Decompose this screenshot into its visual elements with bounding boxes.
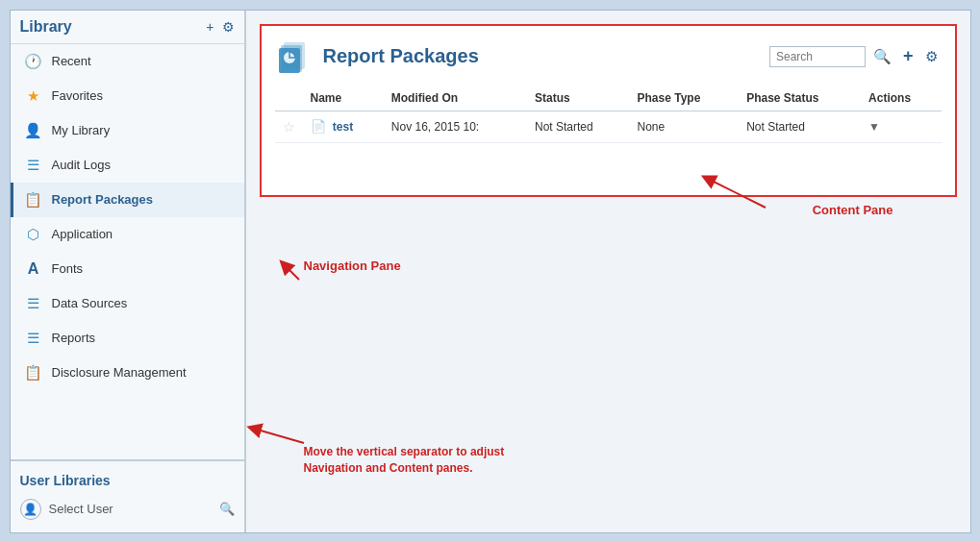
nav-pane-annotation: Navigation Pane	[304, 259, 401, 273]
col-phase-status[interactable]: Phase Status	[739, 86, 861, 111]
page-title: Report Packages	[323, 45, 479, 67]
sidebar-header: Library + ⚙	[11, 11, 244, 44]
search-icon[interactable]: 🔍	[869, 46, 895, 67]
add-button[interactable]: +	[899, 44, 917, 68]
user-libraries-title: User Libraries	[11, 469, 244, 494]
table-row: ☆ 📄 test Nov 16, 2015 10: Not Started No…	[275, 111, 942, 142]
user-icon: 👤	[20, 499, 41, 520]
star-icon[interactable]: ☆	[283, 119, 295, 135]
row-star[interactable]: ☆	[275, 111, 303, 142]
search-input[interactable]	[769, 46, 866, 67]
disclosure-icon: 📋	[23, 362, 44, 383]
sidebar-item-datasources[interactable]: ☰ Data Sources	[11, 286, 244, 321]
row-phase-type: None	[630, 111, 740, 142]
auditlogs-icon: ☰	[23, 155, 44, 176]
sidebar-label-recent: Recent	[52, 54, 91, 68]
dropdown-arrow-icon: ▼	[868, 120, 880, 134]
row-name: 📄 test	[303, 111, 384, 142]
row-status: Not Started	[527, 111, 630, 142]
content-header: Report Packages 🔍 + ⚙	[275, 37, 942, 76]
sidebar-label-reports: Reports	[52, 331, 96, 345]
sidebar-item-reportpackages[interactable]: 📋 Report Packages	[11, 183, 244, 217]
report-packages-table: Name Modified On Status Phase Type Phase…	[275, 86, 942, 143]
sidebar-label-application: Application	[52, 227, 113, 241]
col-actions: Actions	[861, 86, 941, 111]
sidebar-label-disclosure: Disclosure Management	[52, 365, 187, 380]
sidebar-item-mylibrary[interactable]: 👤 My Library	[11, 113, 244, 148]
content-pane: Report Packages 🔍 + ⚙ Name	[260, 24, 957, 197]
application-icon: ⬡	[23, 224, 44, 245]
add-library-button[interactable]: +	[206, 19, 214, 35]
actions-dropdown[interactable]: ▼	[868, 120, 933, 134]
content-toolbar: 🔍 + ⚙	[769, 44, 942, 68]
mylibrary-icon: 👤	[23, 120, 44, 141]
row-actions[interactable]: ▼	[861, 111, 941, 142]
content-area: Report Packages 🔍 + ⚙ Name	[246, 11, 970, 532]
file-icon: 📄	[311, 119, 326, 134]
sidebar-label-datasources: Data Sources	[52, 296, 128, 310]
select-user-item[interactable]: 👤 Select User 🔍	[11, 494, 244, 525]
content-title-area: Report Packages	[275, 37, 479, 76]
sidebar-label-auditlogs: Audit Logs	[52, 158, 111, 172]
sidebar-label-reportpackages: Report Packages	[52, 192, 154, 207]
col-modified[interactable]: Modified On	[384, 86, 527, 111]
sidebar-label-favorites: Favorites	[52, 88, 103, 103]
sidebar-header-icons: + ⚙	[206, 19, 234, 35]
report-name-link[interactable]: test	[333, 120, 353, 134]
fonts-icon: A	[23, 259, 44, 280]
row-modified: Nov 16, 2015 10:	[384, 111, 527, 142]
sidebar-item-fonts[interactable]: A Fonts	[11, 252, 244, 286]
sidebar-title: Library	[20, 18, 72, 36]
reportpackages-icon: 📋	[23, 189, 44, 210]
sidebar-label-fonts: Fonts	[52, 261, 84, 276]
col-star	[275, 86, 303, 111]
col-status[interactable]: Status	[527, 86, 630, 111]
sidebar-item-application[interactable]: ⬡ Application	[11, 217, 244, 252]
recent-icon: 🕐	[23, 51, 44, 72]
sidebar-item-disclosure[interactable]: 📋 Disclosure Management	[11, 356, 244, 390]
user-libraries: User Libraries 👤 Select User 🔍	[11, 459, 244, 532]
sidebar-item-reports[interactable]: ☰ Reports	[11, 321, 244, 356]
reports-icon: ☰	[23, 328, 44, 349]
settings-icon[interactable]: ⚙	[921, 46, 942, 67]
sidebar-item-favorites[interactable]: ★ Favorites	[11, 79, 244, 113]
user-search-icon[interactable]: 🔍	[219, 502, 235, 516]
sidebar-nav: 🕐 Recent ★ Favorites 👤 My Library ☰ Audi…	[11, 44, 244, 459]
col-phase-type[interactable]: Phase Type	[630, 86, 740, 111]
sidebar: Library + ⚙ 🕐 Recent ★ Favorites	[11, 11, 246, 532]
content-pane-annotation: Content Pane	[813, 203, 893, 217]
favorites-icon: ★	[23, 86, 44, 107]
settings-button[interactable]: ⚙	[222, 19, 235, 35]
svg-line-5	[285, 265, 299, 280]
sidebar-label-mylibrary: My Library	[52, 123, 111, 137]
separator-annotation: Move the vertical separator to adjust Na…	[304, 444, 515, 477]
svg-line-6	[254, 429, 304, 443]
col-name[interactable]: Name	[303, 86, 384, 111]
table-header-row: Name Modified On Status Phase Type Phase…	[275, 86, 942, 111]
content-title-icon	[275, 37, 314, 76]
sidebar-item-recent[interactable]: 🕐 Recent	[11, 44, 244, 79]
sidebar-item-auditlogs[interactable]: ☰ Audit Logs	[11, 148, 244, 183]
row-phase-status: Not Started	[739, 111, 861, 142]
datasources-icon: ☰	[23, 293, 44, 314]
select-user-label: Select User	[49, 502, 219, 516]
